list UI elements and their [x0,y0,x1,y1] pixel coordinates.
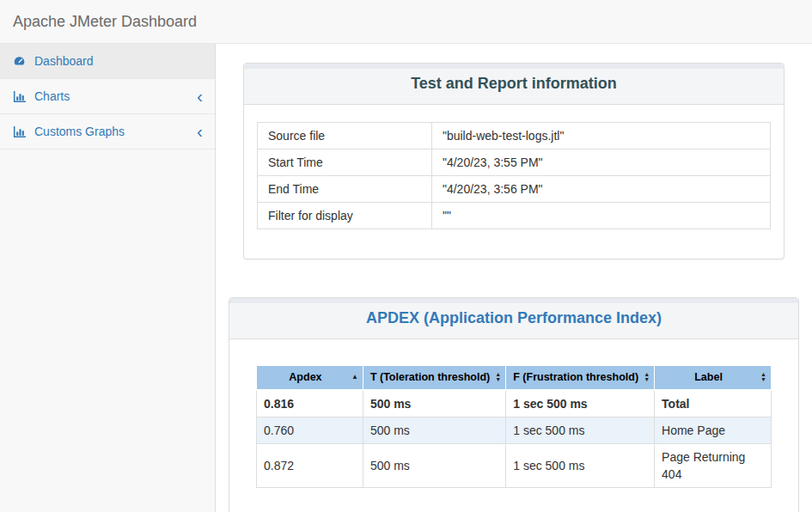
row-label: End Time [258,176,432,203]
cell-frustration: 1 sec 500 ms [506,417,655,443]
sidebar-item-customs-graphs[interactable]: Customs Graphs ‹ [0,114,215,149]
sort-both-icon: ▲▼ [644,372,650,382]
tachometer-icon [13,54,27,68]
cell-frustration: 1 sec 500 ms [506,443,655,487]
panel-title: APDEX (Application Performance Index) [366,309,662,327]
main-layout: Dashboard Charts ‹ [0,44,812,512]
chevron-left-icon: ‹ [197,122,203,140]
table-row-total: 0.816 500 ms 1 sec 500 ms Total [257,390,772,418]
table-row: 0.760 500 ms 1 sec 500 ms Home Page [257,417,772,443]
top-navbar: Apache JMeter Dashboard [0,0,812,44]
chevron-left-icon: ‹ [197,87,203,105]
sort-asc-icon: ▲ [351,374,358,381]
cell-label: Home Page [655,417,772,443]
column-header-toleration[interactable]: T (Toleration threshold) ▲▼ [363,366,505,390]
row-label: Filter for display [258,203,432,229]
sort-both-icon: ▲▼ [495,372,501,382]
app-title: Apache JMeter Dashboard [13,13,197,31]
sort-both-icon: ▲▼ [760,372,766,382]
panel-test-report-info: Test and Report information Source file … [243,63,785,259]
sidebar: Dashboard Charts ‹ [0,44,216,512]
cell-label: Total [655,390,772,418]
column-header-frustration[interactable]: F (Frustration threshold) ▲▼ [506,366,655,390]
sidebar-item-label: Charts [34,89,70,103]
row-value: "" [431,203,770,229]
test-report-info-table: Source file "build-web-test-logs.jtl" St… [257,122,771,229]
sidebar-item-charts[interactable]: Charts ‹ [0,79,215,114]
panel-title: Test and Report information [411,75,617,93]
table-row: Filter for display "" [258,203,771,229]
cell-apdex: 0.872 [257,443,363,487]
bar-chart-icon [13,125,27,138]
row-value: "4/20/23, 3:56 PM" [431,176,770,203]
table-row: Source file "build-web-test-logs.jtl" [258,123,771,149]
panel-apdex: APDEX (Application Performance Index) Ap… [229,297,799,512]
cell-frustration: 1 sec 500 ms [506,390,655,418]
table-header-row: Apdex ▲ T (Toleration threshold) ▲▼ F (F… [257,366,772,390]
cell-toleration: 500 ms [363,417,505,443]
table-row: Start Time "4/20/23, 3:55 PM" [258,149,771,176]
sidebar-item-label: Customs Graphs [34,125,125,138]
cell-toleration: 500 ms [363,443,505,487]
row-label: Source file [258,123,432,149]
cell-toleration: 500 ms [363,390,505,418]
sidebar-item-dashboard[interactable]: Dashboard [0,44,215,79]
panel-body: Apdex ▲ T (Toleration threshold) ▲▼ F (F… [229,339,798,512]
row-value: "build-web-test-logs.jtl" [431,123,770,149]
panel-heading: Test and Report information [244,64,784,105]
content-area: Test and Report information Source file … [216,44,812,512]
column-header-label[interactable]: Label ▲▼ [655,366,772,390]
apdex-table: Apdex ▲ T (Toleration threshold) ▲▼ F (F… [256,365,772,488]
row-label: Start Time [258,149,432,176]
sidebar-item-label: Dashboard [34,54,94,68]
cell-apdex: 0.816 [257,390,363,418]
cell-label: Page Returning 404 [655,443,772,487]
row-value: "4/20/23, 3:55 PM" [431,149,770,176]
bar-chart-icon [13,89,27,103]
column-header-apdex[interactable]: Apdex ▲ [257,366,363,390]
table-row: End Time "4/20/23, 3:56 PM" [258,176,771,203]
panel-heading: APDEX (Application Performance Index) [229,298,798,339]
table-row: 0.872 500 ms 1 sec 500 ms Page Returning… [257,443,772,487]
panel-body: Source file "build-web-test-logs.jtl" St… [244,105,784,259]
cell-apdex: 0.760 [257,417,363,443]
